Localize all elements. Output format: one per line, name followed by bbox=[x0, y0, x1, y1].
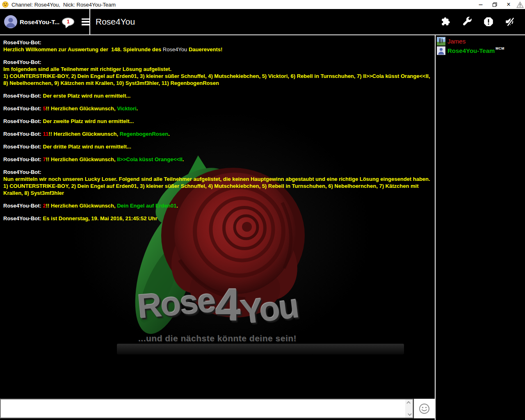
user-list-item-rose4you-team[interactable]: Rose4You-Team MCM bbox=[437, 46, 525, 55]
person-icon bbox=[4, 15, 17, 28]
warning-triangle-icon bbox=[516, 1, 524, 8]
logo-text-rose: Rose bbox=[136, 281, 216, 326]
logo-pedestal bbox=[117, 344, 404, 354]
restore-icon bbox=[492, 2, 498, 7]
composer-scrollbar[interactable] bbox=[405, 399, 413, 418]
smiley-icon bbox=[419, 403, 430, 414]
header-separator bbox=[89, 9, 90, 34]
user-name: Rose4You-Team bbox=[447, 47, 495, 54]
own-user-avatar[interactable] bbox=[4, 15, 17, 28]
person-avatar bbox=[437, 46, 445, 55]
unread-messages-bubble[interactable]: 1 bbox=[62, 18, 74, 26]
chat-message: Rose4You-Bot: Der dritte Platz wird nun … bbox=[3, 143, 431, 150]
chat-message: Rose4You-Bot:Herzlich Willkommen zur Aus… bbox=[3, 39, 431, 53]
chat-message: Rose4You-Bot: Es ist Donnerstag, 19. Mai… bbox=[3, 215, 431, 222]
window-title: Channel: Rose4You, Nick: Rose4You-Team bbox=[11, 2, 116, 8]
user-list-item-james[interactable]: James bbox=[437, 37, 525, 46]
chat-message: Rose4You-Bot: Der erste Platz wird nun e… bbox=[3, 92, 431, 99]
logo-text-you: You bbox=[238, 287, 300, 332]
chat-area: Rose 4 You ...und die nächste könnte dei… bbox=[0, 35, 435, 399]
user-rank-badge: MCM bbox=[495, 46, 504, 50]
message-input[interactable] bbox=[1, 399, 404, 418]
chat-message: Rose4You-Bot: 7!! Herzlichen Glückwunsch… bbox=[3, 156, 431, 163]
unread-count: 1 bbox=[67, 19, 70, 25]
puzzle-icon bbox=[441, 16, 451, 27]
plugins-button[interactable] bbox=[441, 16, 451, 27]
settings-button[interactable] bbox=[462, 16, 472, 27]
own-user-button[interactable]: Rose4You-T... bbox=[20, 18, 59, 25]
chat-message: Rose4You-Bot: 5!! Herzlichen Glückwunsch… bbox=[3, 105, 431, 112]
photo-avatar bbox=[437, 37, 445, 46]
emoji-button[interactable] bbox=[414, 399, 435, 418]
chat-message: Rose4You-Bot:Im folgenden sind alle Teil… bbox=[3, 59, 431, 87]
logo-tagline: ...und die nächste könnte deine sein! bbox=[135, 333, 299, 343]
restore-button[interactable] bbox=[488, 0, 502, 9]
chat-message: Rose4You-Bot:Nun ermitteln wir noch unse… bbox=[3, 169, 431, 196]
warning-indicator[interactable] bbox=[516, 0, 525, 9]
chat-app-window: Channel: Rose4You, Nick: Rose4You-Team –… bbox=[0, 0, 525, 420]
chat-header: Rose4You-T... 1 Rose4You bbox=[0, 9, 525, 34]
titlebar: Channel: Rose4You, Nick: Rose4You-Team –… bbox=[0, 0, 525, 9]
mute-button[interactable] bbox=[504, 16, 515, 27]
chat-message: Rose4You-Bot: Der zweite Platz wird nun … bbox=[3, 118, 431, 125]
minimize-button[interactable]: – bbox=[474, 0, 488, 9]
chevron-down-icon bbox=[407, 412, 411, 416]
composer bbox=[0, 399, 413, 418]
channel-logo: Rose 4 You ...und die nächste könnte dei… bbox=[135, 281, 299, 343]
wrench-icon bbox=[462, 16, 472, 27]
channel-title: Rose4You bbox=[96, 9, 135, 34]
alerts-button[interactable] bbox=[483, 16, 494, 27]
scroll-down-button[interactable] bbox=[405, 411, 413, 418]
user-list: James Rose4You-Team MCM bbox=[436, 35, 525, 420]
chevron-up-icon bbox=[406, 401, 411, 405]
logo-text-4: 4 bbox=[215, 285, 240, 326]
speaker-muted-icon bbox=[504, 16, 515, 27]
user-name: James bbox=[447, 38, 466, 45]
chat-message: Rose4You-Bot: 11!! Herzlichen Glückwunsc… bbox=[3, 130, 431, 137]
scroll-up-button[interactable] bbox=[405, 399, 413, 406]
alert-octagon-icon bbox=[483, 16, 494, 27]
chat-message: Rose4You-Bot: 2!! Herzlichen Glückwunsch… bbox=[3, 202, 431, 209]
app-smiley-icon bbox=[2, 1, 9, 8]
chat-messages: Rose4You-Bot:Herzlich Willkommen zur Aus… bbox=[0, 35, 435, 231]
close-button[interactable]: × bbox=[502, 0, 516, 9]
